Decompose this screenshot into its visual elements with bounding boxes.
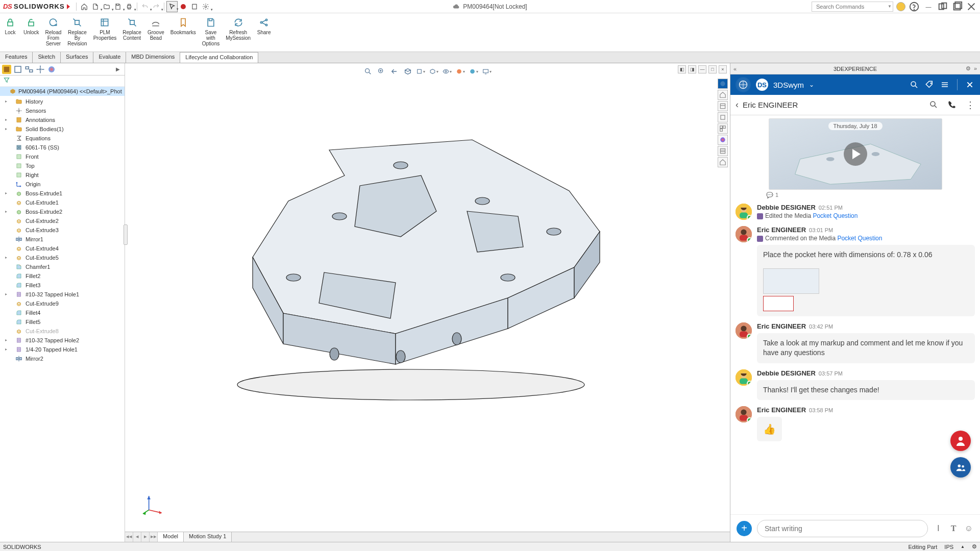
caret-icon[interactable]: ▸ bbox=[4, 347, 8, 352]
tab-evaluate[interactable]: Evaluate bbox=[93, 52, 126, 63]
emoji-button[interactable]: ☺ bbox=[964, 523, 974, 534]
dimxpert-tab[interactable] bbox=[36, 65, 45, 74]
restore-2-button[interactable] bbox=[951, 1, 963, 12]
caret-icon[interactable]: ▸ bbox=[4, 292, 8, 296]
task-file-explorer[interactable] bbox=[718, 112, 728, 122]
markup-thumb-icon[interactable] bbox=[763, 268, 819, 294]
zoom-area-button[interactable] bbox=[376, 66, 386, 77]
media-preview[interactable]: Thursday, July 18 bbox=[769, 118, 942, 190]
tab-surfaces[interactable]: Surfaces bbox=[61, 52, 93, 63]
panel-expand-icon[interactable]: » bbox=[974, 65, 977, 72]
help-button[interactable] bbox=[909, 1, 920, 12]
open-button[interactable]: ▼ bbox=[101, 1, 112, 12]
tree-boss-extrude2[interactable]: ▸Boss-Extrude2 bbox=[0, 207, 125, 216]
display-manager-tab[interactable] bbox=[47, 65, 56, 74]
task-appearances[interactable] bbox=[718, 135, 728, 145]
minimize-button[interactable]: — bbox=[923, 1, 934, 12]
header-close-button[interactable] bbox=[965, 80, 975, 90]
tree-chamfer1[interactable]: Chamfer1 bbox=[0, 262, 125, 271]
restore-1-button[interactable] bbox=[937, 1, 948, 12]
tree-mirror2[interactable]: Mirror2 bbox=[0, 354, 125, 363]
call-button[interactable] bbox=[947, 100, 957, 110]
tree-sensors[interactable]: Sensors bbox=[0, 106, 125, 115]
tab-lifecycle-and-collaboration[interactable]: Lifecycle and Collaboration bbox=[180, 52, 258, 63]
ribbon-reload[interactable]: ReloadFromServer bbox=[42, 15, 65, 47]
task-forum[interactable] bbox=[718, 157, 728, 167]
caret-icon[interactable]: ▸ bbox=[4, 99, 8, 104]
feature-manager-tab[interactable] bbox=[2, 65, 11, 74]
tree--10-32-tapped-hole1[interactable]: ▸#10-32 Tapped Hole1 bbox=[0, 290, 125, 299]
ribbon-unlock[interactable]: Unlock bbox=[20, 15, 42, 36]
tab-mbd-dimensions[interactable]: MBD Dimensions bbox=[126, 52, 180, 63]
attach-button[interactable]: + bbox=[737, 521, 752, 536]
caret-icon[interactable]: ▸ bbox=[4, 191, 8, 195]
task-view-palette[interactable] bbox=[718, 123, 728, 134]
caret-icon[interactable]: ▸ bbox=[4, 256, 8, 260]
tree-annotations[interactable]: ▸Annotations bbox=[0, 115, 125, 124]
bottom-tab-scroll[interactable]: ◂◂◂▸▸▸ bbox=[125, 532, 158, 542]
select-button[interactable]: ▼ bbox=[166, 1, 178, 12]
tree-fillet4[interactable]: Fillet4 bbox=[0, 308, 125, 317]
action-link[interactable]: Pocket Question bbox=[813, 212, 857, 219]
header-menu-button[interactable] bbox=[940, 80, 950, 90]
markup-dims-thumb[interactable] bbox=[763, 296, 794, 311]
caret-icon[interactable]: ▸ bbox=[4, 210, 8, 214]
tree-cut-extrude4[interactable]: Cut-Extrude4 bbox=[0, 244, 125, 253]
tree-history[interactable]: ▸History bbox=[0, 97, 125, 106]
vp-dock-left[interactable]: ◧ bbox=[678, 65, 686, 73]
status-gear-icon[interactable]: ⚙ bbox=[972, 543, 977, 550]
splitter-handle[interactable] bbox=[124, 224, 128, 245]
tree-front[interactable]: Front bbox=[0, 152, 125, 161]
tree-top[interactable]: Top bbox=[0, 161, 125, 170]
more-button[interactable]: ⋮ bbox=[966, 99, 975, 111]
print-button[interactable]: ▼ bbox=[124, 1, 135, 12]
options-button[interactable]: ▼ bbox=[200, 1, 211, 12]
panel-expand-button[interactable]: ▶ bbox=[113, 65, 122, 74]
tree-fillet5[interactable]: Fillet5 bbox=[0, 317, 125, 327]
action-link[interactable]: Pocket Question bbox=[837, 235, 882, 242]
search-commands[interactable]: ▼ bbox=[812, 2, 893, 12]
tree--10-32-tapped-hole2[interactable]: ▸#10-32 Tapped Hole2 bbox=[0, 336, 125, 345]
tree-cut-extrude5[interactable]: ▸Cut-Extrude5 bbox=[0, 253, 125, 262]
tree-1-4-20-tapped-hole1[interactable]: ▸1/4-20 Tapped Hole1 bbox=[0, 345, 125, 354]
avatar-debbie[interactable] bbox=[736, 204, 752, 220]
user-avatar-icon[interactable] bbox=[896, 2, 905, 11]
tree-origin[interactable]: Origin bbox=[0, 180, 125, 189]
ribbon-groove[interactable]: GrooveBead bbox=[144, 15, 167, 42]
app-chevron-icon[interactable]: ⌄ bbox=[809, 81, 814, 88]
tree-fillet3[interactable]: Fillet3 bbox=[0, 281, 125, 290]
ribbon-replace[interactable]: ReplaceByRevision bbox=[64, 15, 90, 47]
task-3dx[interactable] bbox=[718, 79, 728, 89]
convo-search-button[interactable] bbox=[929, 100, 938, 110]
community-button[interactable] bbox=[950, 457, 971, 478]
caret-icon[interactable]: ▸ bbox=[4, 127, 8, 131]
panel-collapse-icon[interactable]: « bbox=[733, 66, 737, 72]
task-design-lib[interactable] bbox=[718, 101, 728, 111]
3d-viewport[interactable]: ▼ ▼ ▼ ▼ ▼ ▼ ◧ ◨ — □ × bbox=[125, 63, 730, 542]
avatar-eric[interactable] bbox=[736, 322, 752, 339]
tree-6061-t6--ss-[interactable]: 6061-T6 (SS) bbox=[0, 143, 125, 152]
search-input[interactable] bbox=[816, 4, 887, 10]
previous-view-button[interactable] bbox=[389, 66, 400, 77]
tree-equations[interactable]: Equations bbox=[0, 134, 125, 143]
vp-minimize[interactable]: — bbox=[698, 65, 706, 73]
hide-show-button[interactable]: ▼ bbox=[443, 66, 453, 77]
tree-mirror1[interactable]: Mirror1 bbox=[0, 235, 125, 244]
ribbon-share[interactable]: Share bbox=[254, 15, 274, 36]
bottom-tab-model[interactable]: Model bbox=[158, 532, 184, 542]
chat-body[interactable]: Thursday, July 18 💬 1 Debbie DESIGNER02:… bbox=[730, 115, 980, 514]
header-search-button[interactable] bbox=[909, 80, 919, 90]
ribbon-plm[interactable]: PLMProperties bbox=[90, 15, 120, 42]
vp-close[interactable]: × bbox=[719, 65, 727, 73]
tree-cut-extrude2[interactable]: Cut-Extrude2 bbox=[0, 216, 125, 226]
back-button[interactable]: ‹ bbox=[736, 99, 739, 110]
avatar-eric[interactable] bbox=[736, 406, 752, 422]
view-settings-button[interactable]: ▼ bbox=[482, 66, 493, 77]
section-view-button[interactable] bbox=[403, 66, 413, 77]
undo-button[interactable]: ▼ bbox=[139, 1, 151, 12]
tree-cut-extrude8[interactable]: Cut-Extrude8 bbox=[0, 327, 125, 336]
tree-cut-extrude1[interactable]: Cut-Extrude1 bbox=[0, 198, 125, 207]
ribbon-refresh[interactable]: RefreshMySession bbox=[223, 15, 254, 42]
tree-solid-bodies-1-[interactable]: ▸Solid Bodies(1) bbox=[0, 124, 125, 134]
close-button[interactable] bbox=[966, 1, 977, 12]
